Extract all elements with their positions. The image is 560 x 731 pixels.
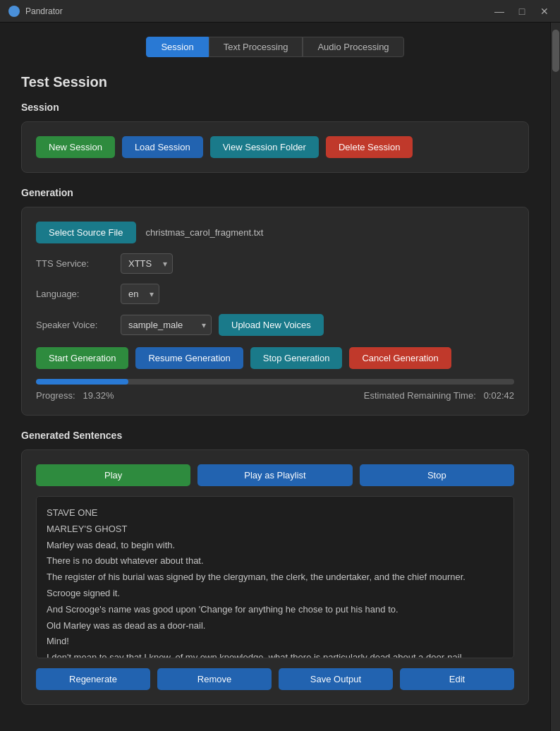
tts-service-label: TTS Service: <box>36 258 114 269</box>
maximize-button[interactable]: □ <box>515 4 529 18</box>
tts-service-select-wrapper: XTTS Bark Coqui <box>121 253 173 274</box>
generation-section-card: Select Source File christmas_carol_fragm… <box>21 207 529 416</box>
generation-section-label: Generation <box>21 187 529 198</box>
select-source-file-button[interactable]: Select Source File <box>36 222 136 243</box>
tab-bar: Session Text Processing Audio Processing <box>21 37 529 57</box>
tab-text-processing[interactable]: Text Processing <box>209 37 303 57</box>
tts-service-select[interactable]: XTTS Bark Coqui <box>121 253 173 274</box>
progress-info: Progress: 19.32% Estimated Remaining Tim… <box>36 390 514 401</box>
tab-audio-processing[interactable]: Audio Processing <box>303 37 403 57</box>
sentence-line: Old Marley was as dead as a door-nail. <box>47 618 504 634</box>
progress-value: 19.32% <box>83 390 114 401</box>
minimize-button[interactable]: — <box>492 4 506 18</box>
regenerate-button[interactable]: Regenerate <box>36 668 150 690</box>
play-button[interactable]: Play <box>36 464 190 486</box>
titlebar: Pandrator — □ ✕ <box>0 0 560 23</box>
upload-new-voices-button[interactable]: Upload New Voices <box>219 314 324 336</box>
tab-session[interactable]: Session <box>146 37 208 57</box>
scrollbar-thumb[interactable] <box>552 30 559 72</box>
cancel-generation-button[interactable]: Cancel Generation <box>349 347 451 369</box>
session-section-card: New Session Load Session View Session Fo… <box>21 121 529 173</box>
progress-label-value: Progress: 19.32% <box>36 390 114 401</box>
stop-generation-button[interactable]: Stop Generation <box>250 347 343 369</box>
language-select-wrapper: en de fr es <box>121 284 159 304</box>
source-file-row: Select Source File christmas_carol_fragm… <box>36 222 514 243</box>
remaining-value: 0:02:42 <box>484 390 514 401</box>
sentence-line: Marley was dead, to begin with. <box>47 538 504 554</box>
content-area: Session Text Processing Audio Processing… <box>0 23 550 731</box>
remaining-info: Estimated Remaining Time: 0:02:42 <box>364 390 514 401</box>
titlebar-controls: — □ ✕ <box>492 4 552 18</box>
language-label: Language: <box>36 289 114 299</box>
start-generation-button[interactable]: Start Generation <box>36 347 128 369</box>
progress-bar-fill <box>36 379 128 385</box>
session-section-label: Session <box>21 102 529 113</box>
progress-bar-container <box>36 379 514 385</box>
speaker-voice-select-wrapper: sample_male sample_female <box>121 315 212 335</box>
progress-label: Progress: <box>36 390 75 401</box>
page-title: Test Session <box>21 74 529 90</box>
sentence-line: There is no doubt whatever about that. <box>47 553 504 569</box>
delete-session-button[interactable]: Delete Session <box>326 136 413 158</box>
load-session-button[interactable]: Load Session <box>122 136 203 158</box>
session-buttons-row: New Session Load Session View Session Fo… <box>36 136 514 158</box>
sentence-line: Scrooge signed it. <box>47 586 504 602</box>
edit-button[interactable]: Edit <box>400 668 514 690</box>
view-folder-button[interactable]: View Session Folder <box>210 136 319 158</box>
titlebar-left: Pandrator <box>8 6 63 17</box>
generated-sentences-card: Play Play as Playlist Stop STAVE ONEMARL… <box>21 449 529 705</box>
speaker-voice-row: Speaker Voice: sample_male sample_female… <box>36 314 514 336</box>
stop-button[interactable]: Stop <box>360 464 514 486</box>
sentence-line: And Scrooge's name was good upon 'Change… <box>47 602 504 618</box>
close-button[interactable]: ✕ <box>537 4 552 18</box>
action-buttons-row: Regenerate Remove Save Output Edit <box>36 668 514 690</box>
sentence-line: I don't mean to say that I know, of my o… <box>47 650 504 658</box>
source-file-name: christmas_carol_fragment.txt <box>146 227 264 238</box>
app-icon <box>8 6 20 17</box>
app-title: Pandrator <box>25 6 63 16</box>
speaker-voice-label: Speaker Voice: <box>36 320 114 330</box>
speaker-voice-select[interactable]: sample_male sample_female <box>121 315 212 335</box>
remove-button[interactable]: Remove <box>157 668 272 690</box>
language-select[interactable]: en de fr es <box>121 284 159 304</box>
generation-buttons-row: Start Generation Resume Generation Stop … <box>36 347 514 369</box>
sentences-box: STAVE ONEMARLEY'S GHOSTMarley was dead, … <box>36 496 514 658</box>
sentence-line: Mind! <box>47 634 504 650</box>
sentence-line: MARLEY'S GHOST <box>47 521 504 538</box>
tts-service-row: TTS Service: XTTS Bark Coqui <box>36 253 514 274</box>
sentence-line: The register of his burial was signed by… <box>47 569 504 586</box>
scrollbar-track <box>550 23 560 731</box>
new-session-button[interactable]: New Session <box>36 136 115 158</box>
play-buttons-row: Play Play as Playlist Stop <box>36 464 514 486</box>
main-content: Session Text Processing Audio Processing… <box>0 23 560 731</box>
play-as-playlist-button[interactable]: Play as Playlist <box>197 464 352 486</box>
save-output-button[interactable]: Save Output <box>279 668 393 690</box>
language-row: Language: en de fr es <box>36 284 514 304</box>
resume-generation-button[interactable]: Resume Generation <box>135 347 243 369</box>
sentence-line: STAVE ONE <box>47 505 504 521</box>
generated-sentences-label: Generated Sentences <box>21 430 529 441</box>
remaining-label: Estimated Remaining Time: <box>364 390 476 401</box>
